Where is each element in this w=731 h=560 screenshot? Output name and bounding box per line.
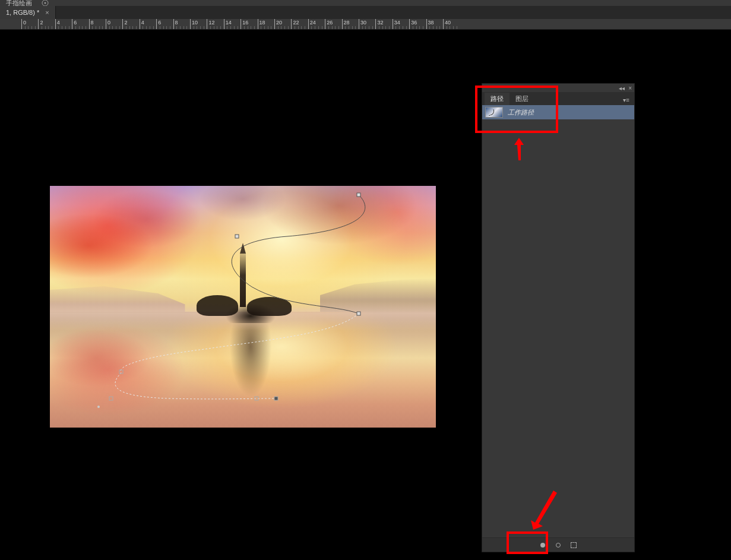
close-icon[interactable]: × xyxy=(628,85,632,91)
document-tab-label: 1, RGB/8) * xyxy=(6,9,39,16)
document-tab[interactable]: 1, RGB/8) * × xyxy=(0,6,56,19)
path-thumbnail xyxy=(485,107,503,118)
path-item-label: 工作路径 xyxy=(508,108,534,117)
panel-footer xyxy=(482,537,634,552)
panel-menu-icon[interactable]: ▾≡ xyxy=(618,95,634,105)
fill-path-icon[interactable] xyxy=(539,542,546,549)
panel-titlebar: ◂◂ × xyxy=(482,84,634,92)
path-to-selection-icon[interactable] xyxy=(570,542,577,549)
path-item-work-path[interactable]: 工作路径 xyxy=(482,105,634,119)
paths-panel: ◂◂ × 路径 图层 ▾≡ 工作路径 xyxy=(482,83,635,552)
close-icon[interactable]: × xyxy=(45,9,49,16)
panel-tabs: 路径 图层 ▾≡ xyxy=(482,92,634,105)
ruler-horizontal[interactable]: 0246802468101214161820222426283032343638… xyxy=(0,19,731,30)
image-canvas[interactable] xyxy=(50,186,436,428)
path-list: 工作路径 xyxy=(482,105,634,119)
collapse-icon[interactable]: ◂◂ xyxy=(619,85,625,91)
options-bar: 手指绘画 xyxy=(0,0,731,6)
image-content xyxy=(50,186,436,428)
tab-layers[interactable]: 图层 xyxy=(510,93,534,105)
tab-paths[interactable]: 路径 xyxy=(485,93,510,105)
stroke-path-icon[interactable] xyxy=(555,542,562,549)
document-tab-bar: 1, RGB/8) * × xyxy=(0,6,731,19)
svg-point-1 xyxy=(45,2,46,4)
